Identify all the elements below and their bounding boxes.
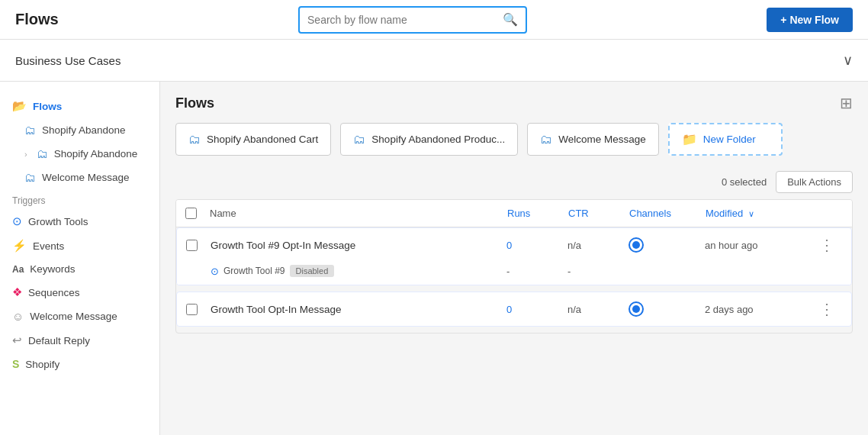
folder-cards: 🗂 Shopify Abandoned Cart 🗂 Shopify Aband… bbox=[175, 123, 853, 156]
default-reply-icon: ↩ bbox=[12, 334, 22, 347]
sidebar-label-welcome: Welcome Message bbox=[42, 172, 130, 183]
sidebar-item-events[interactable]: ⚡ Events bbox=[0, 234, 159, 258]
search-icon: 🔍 bbox=[503, 12, 518, 27]
row1-checkbox[interactable] bbox=[186, 240, 198, 251]
folder-label-welcome: Welcome Message bbox=[558, 134, 646, 145]
header-checkbox-cell[interactable] bbox=[185, 208, 210, 219]
sidebar-item-default-reply[interactable]: ↩ Default Reply bbox=[0, 328, 159, 353]
folder-icon-1: 🗂 bbox=[24, 124, 36, 137]
sidebar-item-shopify-1[interactable]: 🗂 Shopify Abandone bbox=[0, 118, 159, 142]
new-folder-button[interactable]: 📁 New Folder bbox=[668, 123, 783, 156]
table-controls: 0 selected Bulk Actions bbox=[175, 171, 853, 193]
events-icon: ⚡ bbox=[12, 239, 27, 253]
row2-name: Growth Tool Opt-In Message bbox=[211, 304, 506, 315]
sidebar-item-sequences[interactable]: ❖ Sequences bbox=[0, 280, 159, 304]
sidebar-item-welcome[interactable]: 🗂 Welcome Message bbox=[0, 166, 159, 189]
sidebar-item-shopify-2[interactable]: › 🗂 Shopify Abandone bbox=[0, 142, 159, 166]
flows-section-title: Flows bbox=[175, 95, 214, 111]
new-folder-label: New Folder bbox=[703, 134, 756, 145]
channel-dot-1 bbox=[628, 237, 644, 253]
search-input[interactable] bbox=[307, 14, 500, 26]
table-header: Name Runs CTR Channels Modified ∨ bbox=[176, 200, 852, 227]
folder-icon-cart: 🗂 bbox=[188, 133, 201, 147]
folder-icon-3: 🗂 bbox=[24, 171, 36, 184]
folder-card-shopify-product[interactable]: 🗂 Shopify Abandoned Produc... bbox=[340, 123, 518, 156]
flow-sub-row-1: ⊙ Growth Tool #9 Disabled - - bbox=[177, 262, 851, 285]
folder-icon-product: 🗂 bbox=[353, 133, 365, 147]
row1-runs: 0 bbox=[506, 240, 567, 251]
row2-more-button[interactable]: ⋮ bbox=[812, 300, 842, 318]
growth-tools-icon: ⊙ bbox=[12, 214, 22, 228]
folder-label-product: Shopify Abandoned Produc... bbox=[371, 134, 505, 145]
col-header-channels: Channels bbox=[629, 208, 706, 219]
keywords-label: Keywords bbox=[30, 263, 75, 275]
row2-ctr: n/a bbox=[567, 304, 628, 315]
chevron-right-icon: › bbox=[24, 150, 27, 159]
select-all-checkbox[interactable] bbox=[185, 208, 197, 219]
chevron-down-icon: ∨ bbox=[843, 52, 853, 69]
row1-channels bbox=[628, 237, 705, 253]
row2-checkbox-cell[interactable] bbox=[186, 304, 211, 315]
row1-more-button[interactable]: ⋮ bbox=[812, 236, 842, 254]
content-area: Flows ⊞ 🗂 Shopify Abandoned Cart 🗂 Shopi… bbox=[160, 82, 868, 435]
flows-table: Name Runs CTR Channels Modified ∨ Growth… bbox=[175, 199, 853, 334]
sidebar-item-keywords[interactable]: Aa Keywords bbox=[0, 258, 159, 280]
top-bar: Flows 🔍 + New Flow bbox=[0, 0, 868, 40]
sidebar: 📂 Flows 🗂 Shopify Abandone › 🗂 Shopify A… bbox=[0, 82, 160, 435]
sub-row1-runs: - bbox=[506, 266, 567, 277]
triggers-label: Triggers bbox=[0, 189, 159, 209]
keywords-icon: Aa bbox=[12, 264, 24, 275]
col-header-modified: Modified ∨ bbox=[706, 208, 812, 219]
flows-header: Flows ⊞ bbox=[175, 94, 853, 112]
row1-ctr: n/a bbox=[567, 240, 628, 251]
sub-row1-status: Disabled bbox=[290, 265, 335, 277]
search-bar: 🔍 bbox=[298, 6, 527, 34]
flow-row-2: Growth Tool Opt-In Message 0 n/a 2 days … bbox=[176, 292, 852, 327]
new-folder-icon: 📁 bbox=[682, 132, 697, 147]
new-flow-button[interactable]: + New Flow bbox=[767, 8, 853, 32]
flow-main-row-2: Growth Tool Opt-In Message 0 n/a 2 days … bbox=[177, 292, 851, 326]
growth-tools-sub-icon: ⊙ bbox=[211, 266, 219, 277]
folder-card-shopify-cart[interactable]: 🗂 Shopify Abandoned Cart bbox=[175, 123, 331, 156]
sidebar-item-growth-tools[interactable]: ⊙ Growth Tools bbox=[0, 209, 159, 234]
sub-row1-tag: ⊙ Growth Tool #9 Disabled bbox=[211, 265, 506, 277]
welcome-message-label: Welcome Message bbox=[30, 311, 117, 322]
default-reply-label: Default Reply bbox=[28, 335, 90, 346]
sidebar-item-welcome-message[interactable]: ☺ Welcome Message bbox=[0, 304, 159, 328]
sequences-label: Sequences bbox=[28, 287, 80, 298]
row2-modified: 2 days ago bbox=[705, 304, 812, 315]
row2-runs: 0 bbox=[506, 304, 567, 315]
welcome-message-icon: ☺ bbox=[12, 310, 24, 323]
row1-modified: an hour ago bbox=[705, 240, 812, 251]
flow-main-row-1: Growth Tool #9 Opt-In Message 0 n/a an h… bbox=[177, 228, 851, 262]
sub-row1-label: Growth Tool #9 bbox=[223, 266, 285, 276]
flow-row-1: Growth Tool #9 Opt-In Message 0 n/a an h… bbox=[176, 227, 852, 285]
col-header-name: Name bbox=[210, 208, 507, 219]
row1-name: Growth Tool #9 Opt-In Message bbox=[211, 240, 506, 251]
sequences-icon: ❖ bbox=[12, 285, 22, 299]
shopify-label: Shopify bbox=[25, 359, 59, 370]
bulk-actions-button[interactable]: Bulk Actions bbox=[776, 171, 853, 193]
sidebar-item-flows[interactable]: 📂 Flows bbox=[0, 94, 159, 118]
row2-channels bbox=[628, 301, 705, 317]
channel-dot-2 bbox=[628, 301, 644, 317]
grid-view-icon[interactable]: ⊞ bbox=[840, 94, 853, 112]
sidebar-label-shopify-2: Shopify Abandone bbox=[54, 148, 138, 160]
business-use-cases-title: Business Use Cases bbox=[15, 54, 121, 67]
growth-tools-label: Growth Tools bbox=[28, 216, 88, 227]
row2-checkbox[interactable] bbox=[186, 304, 198, 315]
sidebar-item-shopify[interactable]: S Shopify bbox=[0, 353, 159, 375]
folder-label-cart: Shopify Abandoned Cart bbox=[207, 134, 318, 145]
sub-row1-ctr: - bbox=[567, 266, 628, 277]
row1-checkbox-cell[interactable] bbox=[186, 240, 211, 251]
main-layout: 📂 Flows 🗂 Shopify Abandone › 🗂 Shopify A… bbox=[0, 82, 868, 435]
business-use-cases-bar[interactable]: Business Use Cases ∨ bbox=[0, 40, 868, 82]
folder-card-welcome[interactable]: 🗂 Welcome Message bbox=[527, 123, 659, 156]
col-header-ctr: CTR bbox=[568, 208, 629, 219]
sidebar-flows-label: Flows bbox=[33, 101, 62, 112]
channel-dot-inner-1 bbox=[632, 241, 640, 249]
folder-icon-2: 🗂 bbox=[37, 147, 48, 160]
events-label: Events bbox=[33, 240, 64, 252]
col-header-runs: Runs bbox=[507, 208, 568, 219]
selected-count: 0 selected bbox=[722, 176, 767, 188]
